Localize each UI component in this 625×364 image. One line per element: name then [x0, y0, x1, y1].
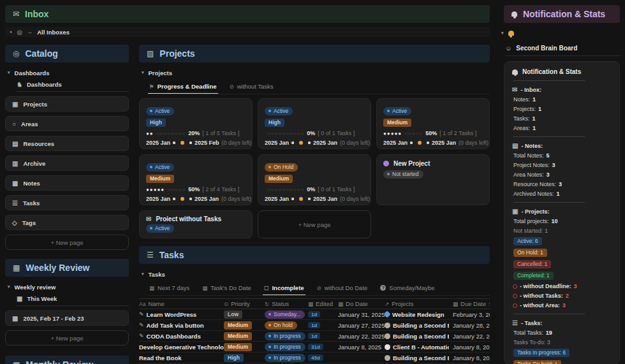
project-card-website-redesign[interactable]: Website Redesign Active Medium ●●●●●○○○○… — [139, 154, 253, 205]
menu-icon[interactable]: ☰ — [489, 301, 490, 307]
sidebar-item-dashboards[interactable]: ♞ Dashboards — [17, 79, 129, 89]
status-badge: Active — [146, 163, 174, 171]
tab-without-tasks[interactable]: ⊘ without Tasks — [228, 80, 275, 94]
project-card-on-hold[interactable]: Project On hold On Hold Medium ○○○○○○○○○… — [258, 154, 371, 205]
project-card-title[interactable]: New Project — [393, 160, 430, 167]
arrow-icon: → — [27, 29, 33, 35]
catalog-new-page-button[interactable]: + New page — [5, 235, 129, 250]
projects-section-title: ▣ - Projects: — [512, 208, 612, 215]
project-card-without-tasks[interactable]: ✉Project without Tasks Active — [139, 210, 253, 238]
progress-row: ○○○○○○○○○○ 0%[ 0 of 1 Tasks ] — [265, 130, 364, 136]
projects-tab-bar: ⚑ Progress & Deadline ⊘ without Tasks — [148, 80, 490, 94]
sidebar-item-tags[interactable]: ◇ Tags — [5, 215, 129, 230]
stat-line: Projects:1 — [513, 106, 612, 112]
sidebar-item-projects[interactable]: ▣ Projects — [5, 96, 129, 112]
status-badge: In progress — [265, 343, 305, 351]
chevron-down-icon[interactable]: ▾ — [8, 284, 10, 289]
priority-badge: Low — [224, 310, 242, 319]
chevron-down-icon[interactable]: ▾ — [8, 70, 10, 75]
header-due-date[interactable]: Due Date — [460, 300, 486, 307]
tab-tasks-do-date[interactable]: ▦ Task's Do Date — [201, 282, 253, 295]
deadline-dot-icon — [299, 197, 303, 201]
project-cards-grid: Building a Second Brain Active High ●●○○… — [139, 98, 490, 238]
dashboards-toggle[interactable]: ▾ Dashboards — [8, 68, 129, 78]
projects-icon: ▣ — [512, 208, 518, 215]
timeline-row: 2025 Jan 2025 Jan(0 days left) — [146, 196, 246, 202]
sidebar-item-archive[interactable]: ▥ Archive — [5, 156, 129, 171]
dashboards-group-label: Dashboards — [15, 69, 50, 76]
project-card-client-a[interactable]: Client A - Notion Solution Active High ○… — [258, 98, 371, 149]
tasks-title: Tasks — [159, 250, 184, 260]
tasks-toggle[interactable]: ▾ Tasks — [142, 269, 490, 279]
chevron-down-icon[interactable]: ▾ — [501, 31, 504, 36]
project-card-new-project[interactable]: New Project Not started — [376, 154, 490, 205]
tab-without-do-date[interactable]: ⊘ without Do Date — [316, 282, 369, 295]
calendar-icon: ▦ — [202, 285, 207, 291]
breadcrumb[interactable]: All Inboxes — [37, 29, 70, 36]
projects-toggle[interactable]: ▾ Projects — [142, 68, 490, 78]
table-row[interactable]: Read the Book High In progress 45d Build… — [139, 353, 490, 363]
notification-stats-banner[interactable]: Notification & Stats — [504, 5, 620, 23]
notifications-toggle[interactable]: ▾ — [501, 28, 620, 38]
header-priority[interactable]: Priority — [231, 300, 250, 307]
project-card-building-second-brain[interactable]: Building a Second Brain Active High ●●○○… — [139, 98, 253, 149]
tasks-banner[interactable]: ☰ Tasks — [139, 246, 490, 264]
tasks-section-title: ☰ - Tasks: — [512, 319, 612, 326]
sidebar-item-this-week[interactable]: ▦ This Week — [17, 293, 129, 303]
catalog-banner[interactable]: ◎ Catalog — [5, 45, 129, 62]
stats-card[interactable]: Notification & Stats ✉ - Inbox: Notes:1 … — [504, 61, 620, 364]
sidebar-item-resources[interactable]: ▤ Resources — [5, 136, 129, 151]
stats-card-title: Notification & Stats — [522, 68, 581, 75]
monthly-review-banner[interactable]: ▦ Monthly Review — [5, 356, 129, 364]
priority-badge: High — [224, 354, 244, 362]
projects-banner[interactable]: ▨ Projects — [139, 45, 490, 62]
stat-line: Not started: 1 — [513, 228, 612, 234]
status-badge: Active — [146, 107, 174, 115]
status-badge: Active — [146, 224, 174, 233]
sidebar-item-notes[interactable]: ▦ Notes — [5, 175, 129, 191]
sidebar-item-tasks[interactable]: ☰ Tasks — [5, 195, 129, 210]
project-card-title[interactable]: Project without Tasks — [156, 216, 221, 221]
header-projects[interactable]: Projects — [392, 300, 413, 307]
weekly-review-banner[interactable]: ▦ Weekly Review — [5, 259, 129, 277]
weekly-new-page-button[interactable]: + New page — [5, 330, 129, 346]
header-edited[interactable]: Edited — [316, 300, 333, 307]
project-card-client-b[interactable]: Client B - Automation Active Medium ●●●●… — [376, 98, 490, 149]
envelope-icon: ✉ — [146, 216, 151, 221]
status-badge: Someday... — [265, 310, 305, 319]
expand-arrow-icon[interactable]: ▸ — [10, 29, 13, 34]
pencil-icon: ✎ — [139, 311, 144, 317]
purple-circle-icon — [383, 161, 389, 166]
envelope-icon: ✉ — [512, 86, 517, 93]
header-name[interactable]: Name — [148, 300, 164, 307]
panel-title: Notification & Stats — [523, 9, 605, 19]
chart-icon: ▨ — [147, 49, 154, 58]
weekly-review-toggle[interactable]: ▾ Weekly review — [8, 282, 129, 292]
header-status[interactable]: Status — [272, 300, 289, 307]
projects-new-page-button[interactable]: + New page — [258, 210, 371, 238]
header-do-date[interactable]: Do Date — [346, 300, 368, 307]
inbox-banner[interactable]: ✉ Inbox — [5, 5, 490, 23]
priority-badge: Medium — [224, 343, 252, 351]
stat-line: Total projects:10 — [513, 218, 612, 224]
board-link[interactable]: ☺ Second Brain Board — [505, 45, 620, 52]
sidebar-item-areas[interactable]: ○ Areas — [5, 116, 129, 131]
table-row[interactable]: Develop Generative Technology Medium In … — [139, 342, 490, 353]
tab-next-7-days[interactable]: ▦ Next 7 days — [148, 282, 191, 295]
chevron-down-icon[interactable]: ▾ — [142, 70, 144, 75]
tab-label: without Tasks — [237, 83, 274, 90]
week-date-card[interactable]: ▦ 2025, Feb 17 - Feb 23 — [5, 310, 129, 326]
chevron-down-icon[interactable]: ▾ — [142, 272, 144, 277]
priority-badge: Medium — [383, 119, 411, 127]
tab-incomplete[interactable]: ☐ Incomplete — [263, 282, 305, 295]
tab-progress-deadline[interactable]: ⚑ Progress & Deadline — [148, 80, 218, 94]
all-inboxes-row[interactable]: ▸ ◎ → All Inboxes — [5, 27, 490, 37]
divider — [513, 80, 585, 81]
pin-icon: ◎ — [17, 29, 23, 36]
tab-label: Someday/Maybe — [389, 284, 434, 291]
table-row[interactable]: ✎Learn WordPress Low Someday... 1d Janua… — [139, 309, 490, 320]
table-row[interactable]: ✎CODA Dashboards Medium In progress 1d J… — [139, 331, 490, 342]
brain-icon — [385, 333, 390, 339]
table-row[interactable]: ✎Add Task via button Medium On hold 1d J… — [139, 320, 490, 331]
tab-someday-maybe[interactable]: Someday/Maybe — [379, 282, 436, 295]
